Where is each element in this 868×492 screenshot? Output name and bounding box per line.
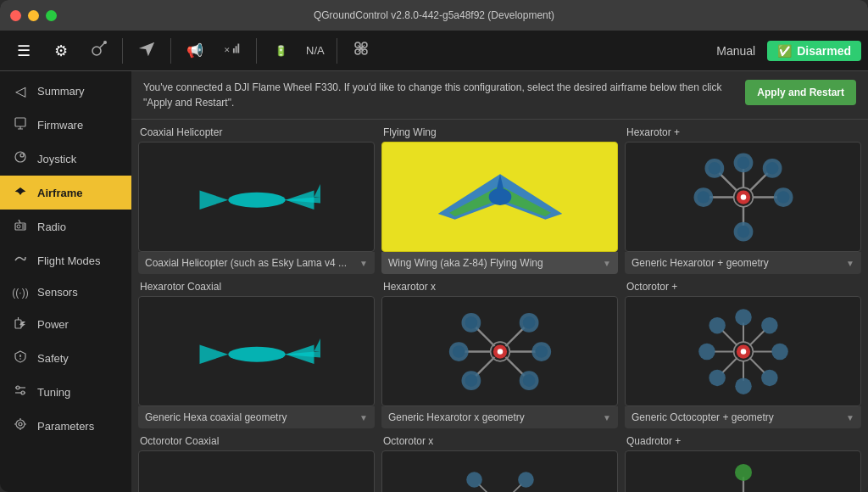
airframe-card-flyingwing[interactable] <box>381 142 618 252</box>
svg-point-98 <box>735 309 752 326</box>
sidebar-label-parameters: Parameters <box>37 420 94 433</box>
close-button[interactable] <box>10 10 21 21</box>
category-label-hexacoaxial: Hexarotor Coaxial <box>138 281 375 293</box>
sidebar-item-power[interactable]: Power <box>0 307 131 341</box>
svg-point-68 <box>740 194 746 200</box>
svg-line-109 <box>749 357 765 372</box>
sidebar-label-joystick: Joystick <box>37 153 76 165</box>
svg-point-112 <box>709 369 726 386</box>
airframe-card-quadplus[interactable] <box>625 450 861 492</box>
airframe-card-octocoaxial[interactable] <box>138 450 375 492</box>
flyingwing-dropdown-arrow: ▼ <box>603 259 611 268</box>
apply-restart-button[interactable]: Apply and Restart <box>745 80 856 105</box>
svg-point-69 <box>228 347 286 362</box>
svg-rect-5 <box>236 46 237 53</box>
minimize-button[interactable] <box>28 10 39 21</box>
svg-line-105 <box>749 330 765 345</box>
svg-point-0 <box>92 47 101 55</box>
hexarotor-x-image <box>445 303 555 400</box>
flying-wing-image <box>432 150 568 243</box>
coaxial-dropdown[interactable]: Coaxial Helicopter (such as Esky Lama v4… <box>138 252 375 274</box>
sidebar-item-parameters[interactable]: Parameters <box>0 409 131 443</box>
airframe-cell-hexacoaxial: Hexarotor Coaxial Generic Hexa coaxial g… <box>138 281 375 428</box>
airframe-cell-octox: Octorotor x <box>381 435 618 492</box>
flyingwing-dropdown[interactable]: Wing Wing (aka Z-84) Flying Wing ▼ <box>381 252 618 274</box>
sidebar-item-sensors[interactable]: ((·)) Sensors <box>0 277 131 307</box>
airframe-cell-quadplus: Quadrotor + <box>625 435 861 492</box>
svg-marker-40 <box>199 191 228 210</box>
menu-button[interactable]: ☰ <box>7 34 41 68</box>
send-icon <box>137 39 156 62</box>
sidebar-item-radio[interactable]: Radio <box>0 210 131 243</box>
sidebar-label-power: Power <box>37 318 69 331</box>
category-label-hexaplus: Hexarotor + <box>625 126 861 138</box>
sidebar-label-radio: Radio <box>37 221 66 233</box>
sidebar-item-joystick[interactable]: Joystick <box>0 142 131 176</box>
octoplus-dropdown[interactable]: Generic Octocopter + geometry ▼ <box>625 406 861 428</box>
svg-line-91 <box>476 327 494 346</box>
airframe-card-octoplus[interactable] <box>625 296 861 406</box>
sidebar-item-flightmodes[interactable]: Flight Modes <box>0 243 131 277</box>
airframe-card-hexaplus[interactable] <box>625 142 861 252</box>
svg-point-20 <box>17 225 20 228</box>
svg-point-34 <box>19 422 22 426</box>
sidebar-item-summary[interactable]: ◁ Summary <box>0 75 131 108</box>
sidebar-item-tuning[interactable]: Tuning <box>0 375 131 409</box>
svg-point-104 <box>771 343 788 360</box>
svg-point-17 <box>15 152 25 162</box>
svg-point-33 <box>16 420 25 428</box>
coaxial-dropdown-label: Coaxial Helicopter (such as Esky Lama v4… <box>145 257 347 269</box>
svg-point-110 <box>761 369 778 386</box>
waypoint-button[interactable] <box>81 34 115 68</box>
hexacoaxial-dropdown-arrow: ▼ <box>359 413 368 422</box>
svg-line-76 <box>505 327 524 346</box>
settings-button[interactable]: ⚙ <box>44 34 78 68</box>
battery-status: N/A <box>301 44 330 57</box>
octoplus-dropdown-arrow: ▼ <box>846 413 854 422</box>
sidebar-item-airframe[interactable]: Airframe <box>0 176 131 210</box>
hexax-dropdown[interactable]: Generic Hexarotor x geometry ▼ <box>381 406 618 428</box>
airframe-card-octox[interactable] <box>381 450 618 492</box>
signal-button[interactable]: ✕ <box>215 34 249 68</box>
drone-button[interactable] <box>344 34 378 68</box>
window-controls[interactable] <box>10 10 57 21</box>
battery-button[interactable]: 🔋 <box>264 34 298 68</box>
check-icon: ✅ <box>777 44 792 58</box>
alert-button[interactable]: 📢 <box>178 34 212 68</box>
svg-point-93 <box>465 316 477 329</box>
svg-point-108 <box>709 316 726 333</box>
sidebar: ◁ Summary Firmware Joystick <box>0 71 131 492</box>
airframe-card-hexacoaxial[interactable] <box>138 296 375 406</box>
sidebar-item-firmware[interactable]: Firmware <box>0 108 131 142</box>
quadplus-image <box>697 463 790 492</box>
airframe-cell-hexarotor-plus: Hexarotor + <box>625 126 861 274</box>
maximize-button[interactable] <box>46 10 57 21</box>
svg-point-100 <box>735 377 752 394</box>
svg-line-107 <box>721 330 737 345</box>
svg-point-55 <box>737 225 749 238</box>
svg-text:✕: ✕ <box>224 46 231 54</box>
firmware-icon <box>12 116 29 133</box>
divider-1 <box>122 38 123 64</box>
svg-point-67 <box>765 162 778 175</box>
airframe-card-coaxial[interactable] <box>138 142 375 252</box>
send-button[interactable] <box>130 34 164 68</box>
svg-line-111 <box>721 357 737 372</box>
svg-point-90 <box>452 345 465 358</box>
sidebar-label-firmware: Firmware <box>37 119 83 131</box>
hexacoaxial-dropdown[interactable]: Generic Hexa coaxial geometry ▼ <box>138 406 375 428</box>
hexaplus-dropdown[interactable]: Generic Hexarotor + geometry ▼ <box>625 252 861 274</box>
octocoaxial-image <box>193 459 320 492</box>
airframe-cell-octorotor-plus: Octorotor + <box>625 281 861 428</box>
airframe-card-hexax[interactable] <box>381 296 618 406</box>
category-label-octoplus: Octorotor + <box>625 281 861 293</box>
svg-point-39 <box>228 193 286 208</box>
airframe-cell-octocoaxial: Octorotor Coaxial Generic Octocopter coa… <box>138 435 375 492</box>
waypoint-icon <box>88 39 108 62</box>
sidebar-item-safety[interactable]: Safety <box>0 341 131 375</box>
svg-point-64 <box>708 162 721 175</box>
safety-icon <box>12 349 29 366</box>
svg-point-32 <box>21 391 25 394</box>
window-title: QGroundControl v2.8.0-442-g5a48f92 (Deve… <box>314 9 554 21</box>
svg-point-52 <box>737 156 749 169</box>
